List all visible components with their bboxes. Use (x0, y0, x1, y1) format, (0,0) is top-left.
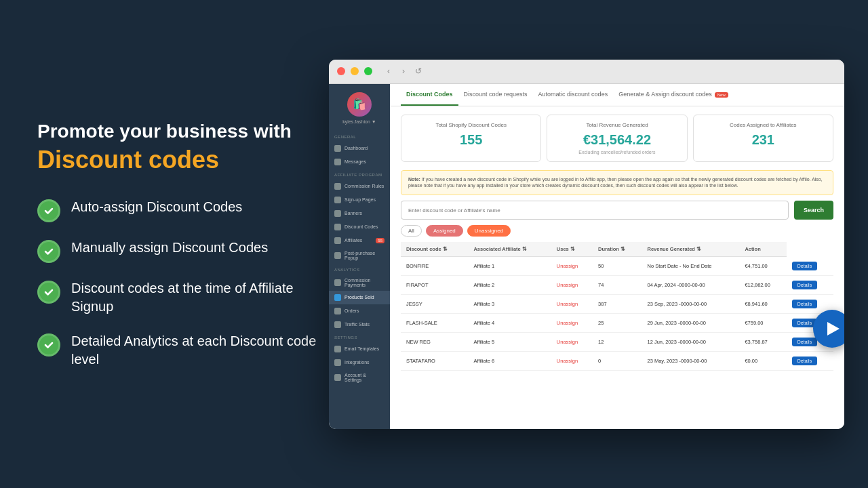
details-button[interactable]: Details (792, 357, 817, 365)
stat-value: €31,564.22 (555, 132, 678, 148)
sidebar-icon (334, 224, 341, 230)
sidebar-item-label: Integrations (344, 360, 370, 365)
back-button[interactable]: ‹ (383, 66, 394, 77)
uses: 25 (593, 313, 642, 332)
sidebar-item-dashboard[interactable]: Dashboard (329, 142, 390, 155)
discount-code: BONFIRE (401, 257, 468, 276)
search-button[interactable]: Search (794, 201, 833, 220)
action-cell: Details (787, 351, 833, 370)
forward-button[interactable]: › (398, 66, 409, 77)
details-button[interactable]: Details (792, 338, 817, 346)
table-body: BONFIRE Affiliate 1 Unassign 50 No Start… (401, 257, 833, 371)
table-header-cell[interactable]: Uses ⇅ (551, 242, 593, 257)
stat-sub: Excluding cancelled/refunded orders (555, 150, 678, 155)
tab-discount-code-requests[interactable]: Discount code requests (458, 84, 533, 106)
sidebar-item-banners[interactable]: Banners (329, 207, 390, 220)
unassign-cell: Unassign (551, 294, 593, 313)
feature-list: Auto-assign Discount Codes Manually assi… (37, 198, 329, 369)
stat-card: Total Shopify Discount Codes 155 (401, 115, 541, 162)
table-header-cell[interactable]: Action (739, 242, 786, 257)
sidebar-icon (334, 159, 341, 165)
play-button[interactable] (813, 310, 844, 348)
revenue: €3,758.87 (739, 332, 786, 351)
duration: 23 May, 2023 -0000-00-00 (642, 351, 740, 370)
table-header: Discount code ⇅Associated Affiliate ⇅Use… (401, 242, 833, 257)
stat-card: Codes Assigned to Affiliates 231 (693, 115, 833, 162)
table-header-cell[interactable]: Associated Affiliate ⇅ (468, 242, 551, 257)
sidebar-item-post-purchase-popup[interactable]: Post-purchase Popup (329, 247, 390, 264)
traffic-light-green[interactable] (364, 67, 372, 75)
sidebar-icon (334, 374, 341, 381)
stat-label: Total Shopify Discount Codes (410, 122, 532, 128)
revenue: €4,751.00 (739, 257, 786, 276)
table-row: BONFIRE Affiliate 1 Unassign 50 No Start… (401, 257, 833, 276)
table-header-row: Discount code ⇅Associated Affiliate ⇅Use… (401, 242, 833, 257)
sidebar-item-label: Affiliates (344, 238, 362, 243)
sidebar-item-discount-codes[interactable]: Discount Codes (329, 220, 390, 234)
tab-new-badge: New (715, 92, 728, 98)
unassign-link[interactable]: Unassign (557, 358, 578, 364)
sidebar-item-label: Account & Settings (344, 373, 384, 382)
filter-btn-assigned[interactable]: Assigned (426, 225, 463, 237)
duration: 29 Jun, 2023 -0000-00-00 (642, 313, 740, 332)
unassign-link[interactable]: Unassign (557, 263, 578, 269)
details-button[interactable]: Details (792, 262, 817, 270)
sidebar-item-commission-rules[interactable]: Commission Rules (329, 180, 390, 193)
tab-generate-&-assign-discount-codes[interactable]: Generate & Assign discount codesNew (613, 84, 734, 106)
uses: 50 (593, 257, 642, 276)
note-text: If you have created a new discount code … (408, 177, 823, 188)
tab-automatic-discount-codes[interactable]: Automatic discount codes (533, 84, 614, 106)
sidebar-item-affiliates[interactable]: Affiliates55 (329, 234, 390, 247)
reload-button[interactable]: ↺ (413, 66, 424, 77)
tab-discount-codes[interactable]: Discount Codes (401, 84, 458, 106)
sidebar-item-messages[interactable]: Messages (329, 155, 390, 169)
details-button[interactable]: Details (792, 281, 817, 289)
sidebar-item-commission-payments[interactable]: Commission Payments (329, 274, 390, 291)
headline: Promote your business with Discount code… (37, 119, 329, 176)
affiliate-name: Affiliate 6 (468, 351, 551, 370)
sidebar-item-traffic-stats[interactable]: Traffic Stats (329, 318, 390, 331)
sidebar-icon (334, 252, 341, 259)
table-row: NEW REG Affiliate 5 Unassign 12 12 Jun, … (401, 332, 833, 351)
filter-btn-all[interactable]: All (401, 225, 422, 237)
table-header-cell[interactable]: Discount code ⇅ (401, 242, 468, 257)
check-icon (37, 240, 60, 263)
note-box: Note: If you have created a new discount… (401, 170, 833, 196)
unassign-link[interactable]: Unassign (557, 301, 578, 307)
sidebar-item-sign-up-pages[interactable]: Sign-up Pages (329, 193, 390, 207)
feature-4: Detailed Analytics at each Discount code… (37, 332, 329, 369)
sidebar-item-email-templates[interactable]: Email Templates (329, 342, 390, 356)
unassign-cell: Unassign (551, 332, 593, 351)
table-header-cell[interactable]: Duration ⇅ (593, 242, 642, 257)
table-row: JESSY Affiliate 3 Unassign 387 23 Sep, 2… (401, 294, 833, 313)
unassign-link[interactable]: Unassign (557, 320, 578, 326)
revenue: €0.00 (739, 351, 786, 370)
sidebar-item-products-sold[interactable]: Products Sold (329, 291, 390, 304)
traffic-light-yellow[interactable] (351, 67, 359, 75)
filter-btn-unassigned[interactable]: Unassigned (467, 225, 511, 237)
sidebar-item-label: Products Sold (344, 295, 374, 300)
table-header-cell[interactable]: Revenue Generated ⇅ (642, 242, 740, 257)
sidebar-icon (334, 237, 341, 244)
sidebar-item-integrations[interactable]: Integrations (329, 356, 390, 369)
sidebar-item-orders[interactable]: Orders (329, 304, 390, 318)
check-icon (37, 333, 60, 357)
traffic-light-red[interactable] (337, 67, 345, 75)
sidebar-item-account-&-settings[interactable]: Account & Settings (329, 369, 390, 386)
discount-code: NEW REG (401, 332, 468, 351)
sidebar-section-label: AFFILIATE PROGRAM (329, 173, 382, 177)
stat-value: 231 (702, 132, 825, 148)
sidebar-section-label: GENERAL (329, 135, 356, 139)
unassign-cell: Unassign (551, 275, 593, 294)
feature-text: Auto-assign Discount Codes (71, 198, 242, 216)
check-icon (37, 199, 60, 222)
feature-3: Discount codes at the time of Affiliate … (37, 279, 329, 316)
details-button[interactable]: Details (792, 300, 817, 308)
sidebar-item-label: Email Templates (344, 346, 379, 351)
action-cell: Details (787, 275, 833, 294)
search-input[interactable] (401, 201, 789, 220)
unassign-link[interactable]: Unassign (557, 282, 578, 288)
headline-line2: Discount codes (37, 144, 329, 176)
uses: 0 (593, 351, 642, 370)
unassign-link[interactable]: Unassign (557, 339, 578, 345)
